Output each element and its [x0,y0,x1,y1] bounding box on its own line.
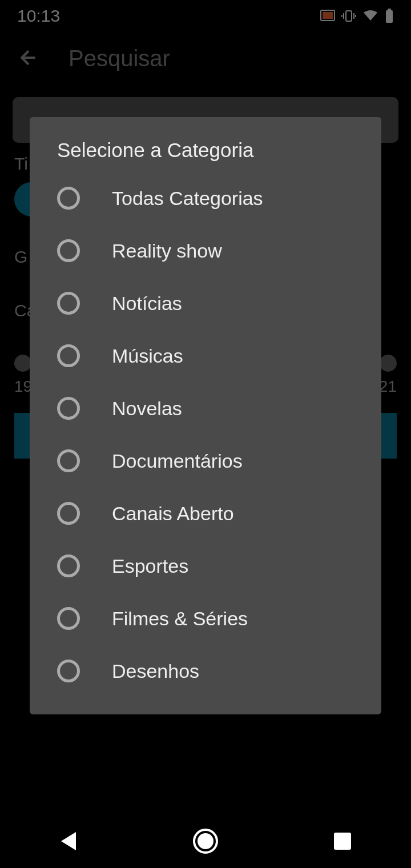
option-musicas[interactable]: Músicas [30,329,381,382]
option-label: Músicas [112,345,183,367]
radio-icon [57,660,80,682]
option-canais-aberto[interactable]: Canais Aberto [30,487,381,540]
radio-icon [57,344,80,367]
option-label: Todas Categorias [112,187,263,210]
option-list: Todas Categorias Reality show Notícias M… [30,172,381,697]
radio-icon [57,292,80,315]
option-novelas[interactable]: Novelas [30,382,381,435]
radio-icon [57,449,80,472]
navigation-bar [0,814,411,868]
option-label: Reality show [112,240,222,262]
radio-icon [57,554,80,577]
option-documentarios[interactable]: Documentários [30,435,381,487]
option-label: Esportes [112,555,188,577]
option-label: Filmes & Séries [112,608,248,630]
option-label: Canais Aberto [112,503,234,525]
radio-icon [57,502,80,525]
radio-icon [57,397,80,420]
option-reality-show[interactable]: Reality show [30,224,381,277]
modal-overlay[interactable]: Selecione a Categoria Todas Categorias R… [0,0,411,868]
triangle-back-icon [61,832,76,850]
option-esportes[interactable]: Esportes [30,540,381,592]
dialog-title: Selecione a Categoria [30,139,381,172]
nav-back-button[interactable] [56,829,81,854]
radio-icon [57,187,80,210]
option-filmes-series[interactable]: Filmes & Séries [30,592,381,645]
circle-home-icon [193,829,218,854]
square-recent-icon [334,833,351,850]
option-desenhos[interactable]: Desenhos [30,645,381,697]
nav-home-button[interactable] [193,829,218,854]
radio-icon [57,607,80,630]
option-label: Documentários [112,450,243,472]
option-label: Notícias [112,292,182,315]
option-todas-categorias[interactable]: Todas Categorias [30,172,381,224]
category-dialog: Selecione a Categoria Todas Categorias R… [30,117,381,714]
option-label: Novelas [112,397,182,420]
radio-icon [57,239,80,262]
nav-recent-button[interactable] [330,829,355,854]
option-label: Desenhos [112,660,199,682]
option-noticias[interactable]: Notícias [30,277,381,329]
